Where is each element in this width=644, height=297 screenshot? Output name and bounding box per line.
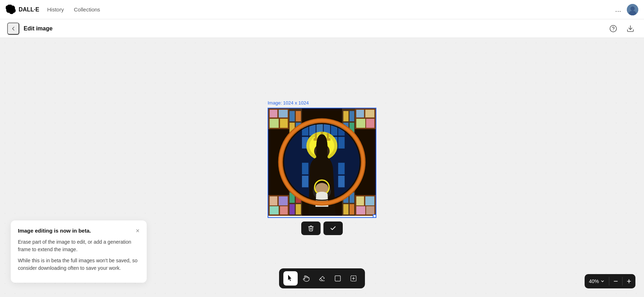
svg-rect-8 [270,109,278,117]
svg-rect-45 [296,204,301,214]
svg-rect-56 [350,111,354,121]
svg-rect-26 [366,206,374,214]
beta-notification-header: Image editing is now in beta. × [18,228,140,234]
zoom-level-value: 40% [589,278,599,284]
svg-rect-78 [338,137,345,148]
svg-point-1 [630,6,635,11]
beta-notification-text2: While this is in beta the full images wo… [18,257,140,272]
crop-tool-button[interactable] [331,271,345,286]
app-logo[interactable]: DALL·E [6,5,39,15]
svg-rect-55 [343,204,348,214]
svg-rect-19 [279,196,288,205]
help-button[interactable] [607,22,620,35]
svg-rect-23 [356,196,364,205]
delete-selection-button[interactable] [301,221,321,235]
image-action-buttons [301,221,343,235]
top-navigation: DALL·E History Collections ... [0,0,644,19]
back-button[interactable] [7,23,19,35]
svg-rect-15 [356,118,365,127]
zoom-control: 40% [585,274,635,288]
page-title: Edit image [24,25,53,32]
frame-tool-button[interactable] [346,271,361,286]
confirm-button[interactable] [323,221,343,235]
main-content-area: Image: 1024 x 1024 [0,38,644,297]
svg-rect-13 [356,109,364,117]
svg-rect-18 [270,196,278,205]
svg-rect-79 [302,162,308,174]
collections-nav-link[interactable]: Collections [70,4,103,15]
zoom-in-button[interactable] [623,274,635,288]
more-options-button[interactable]: ... [612,4,624,15]
beta-notification-close-button[interactable]: × [136,228,140,234]
secondary-navigation: Edit image [0,19,644,38]
svg-rect-81 [302,175,308,187]
stained-glass-image [268,108,376,216]
select-tool-button[interactable] [283,271,298,286]
beta-notification-panel: Image editing is now in beta. × Erase pa… [11,220,147,283]
svg-rect-37 [296,111,301,121]
tools-toolbar [279,268,365,288]
svg-rect-25 [356,206,365,214]
svg-rect-16 [366,118,374,127]
svg-rect-36 [289,204,294,214]
beta-notification-title: Image editing is now in beta. [18,228,91,234]
svg-rect-47 [343,111,348,121]
svg-rect-98 [335,276,341,281]
svg-rect-9 [279,109,288,117]
user-avatar[interactable] [627,4,638,15]
svg-rect-21 [280,206,288,214]
download-button[interactable] [624,22,637,35]
canvas-area: Image: 1024 x 1024 [268,100,376,235]
svg-rect-82 [338,175,345,187]
zoom-out-button[interactable] [609,274,622,288]
svg-rect-20 [270,206,279,214]
image-wrapper[interactable] [268,108,376,218]
svg-rect-11 [280,118,288,127]
history-nav-link[interactable]: History [44,4,68,15]
app-brand-name: DALL·E [19,6,39,13]
pan-tool-button[interactable] [299,271,313,286]
zoom-level-selector[interactable]: 40% [585,278,609,284]
svg-rect-28 [289,111,294,121]
beta-notification-text1: Erase part of the image to edit, or add … [18,238,140,253]
image-dimensions-label: Image: 1024 x 1024 [268,100,309,106]
svg-rect-64 [350,204,354,214]
svg-rect-14 [365,109,374,117]
svg-rect-10 [270,118,279,127]
resize-handle[interactable] [373,214,376,218]
svg-rect-24 [365,196,374,205]
svg-point-3 [610,25,616,31]
svg-rect-80 [338,162,345,174]
eraser-tool-button[interactable] [315,271,329,286]
